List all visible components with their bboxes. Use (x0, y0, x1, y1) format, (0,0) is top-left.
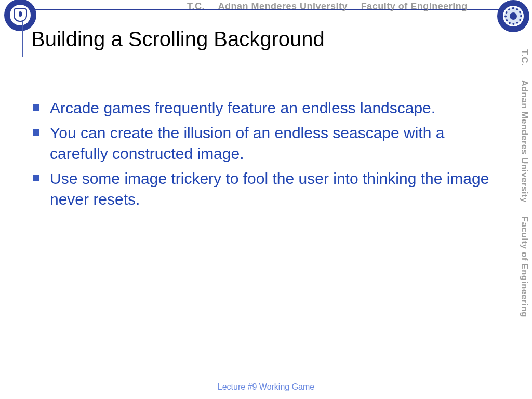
slide-title: Building a Scrolling Background (31, 28, 325, 51)
list-item: Arcade games frequently feature an endle… (30, 98, 496, 118)
title-region: Building a Scrolling Background (22, 21, 532, 57)
bullet-list: Arcade games frequently feature an endle… (30, 98, 496, 209)
bullet-text: Use some image trickery to fool the user… (50, 170, 489, 208)
slide-footer: Lecture #9 Working Game (0, 382, 532, 392)
list-item: Use some image trickery to fool the user… (30, 168, 496, 210)
list-item: You can create the illusion of an endles… (30, 123, 496, 164)
bullet-text: Arcade games frequently feature an endle… (50, 99, 435, 116)
slide-body: Building a Scrolling Background Arcade g… (0, 0, 532, 399)
content-region: Arcade games frequently feature an endle… (30, 98, 496, 209)
bullet-text: You can create the illusion of an endles… (50, 124, 444, 162)
